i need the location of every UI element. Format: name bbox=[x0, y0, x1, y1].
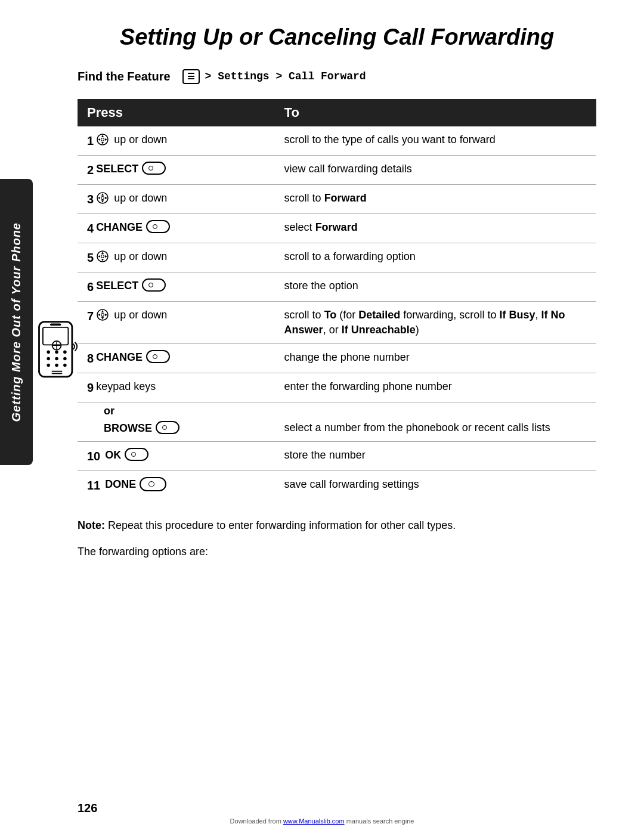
change-key-2-icon bbox=[146, 350, 170, 363]
select-key-2-icon bbox=[142, 278, 166, 292]
svg-marker-26 bbox=[98, 197, 100, 199]
select-key-icon bbox=[142, 162, 166, 175]
table-row: or BROWSE select a number from the phone… bbox=[78, 402, 596, 441]
to-cell-9b: select a number from the phonebook or re… bbox=[275, 402, 596, 441]
press-cell-9: 9 keypad keys bbox=[78, 373, 275, 402]
page-number: 126 bbox=[78, 801, 97, 815]
svg-marker-33 bbox=[105, 255, 107, 258]
press-cell-8: 8 CHANGE bbox=[78, 343, 275, 373]
svg-point-40 bbox=[101, 313, 104, 316]
browse-key-icon bbox=[156, 421, 179, 434]
svg-point-34 bbox=[101, 255, 104, 258]
nav-icon-7: up or down bbox=[96, 308, 167, 323]
change-key-icon bbox=[146, 220, 170, 233]
svg-point-9 bbox=[55, 364, 58, 367]
nav-icon-3: up or down bbox=[96, 191, 167, 206]
header-to: To bbox=[275, 99, 596, 126]
to-cell-2: view call forwarding details bbox=[275, 155, 596, 184]
to-cell-8: change the phone number bbox=[275, 343, 596, 373]
to-cell-9: enter the forwarding phone number bbox=[275, 373, 596, 402]
footer-text: Downloaded from www.Manualslib.com manua… bbox=[0, 817, 644, 825]
svg-point-2 bbox=[47, 351, 50, 354]
instruction-table: Press To 1 bbox=[78, 99, 596, 500]
to-cell-7: scroll to To (for Detailed forwarding, s… bbox=[275, 301, 596, 343]
header-press: Press bbox=[78, 99, 275, 126]
menu-icon: ☰ bbox=[182, 69, 200, 84]
svg-point-28 bbox=[101, 196, 104, 199]
svg-marker-36 bbox=[101, 310, 104, 312]
phone-icon bbox=[35, 319, 79, 391]
table-row: 9 keypad keys enter the forwarding phone… bbox=[78, 373, 596, 402]
find-feature-label: Find the Feature bbox=[78, 70, 171, 83]
table-row: 5 up or down bbox=[78, 243, 596, 272]
svg-point-3 bbox=[55, 351, 58, 354]
to-cell-10: store the number bbox=[275, 442, 596, 471]
note-section: Note: Repeat this procedure to enter for… bbox=[78, 518, 596, 534]
menu-path: ☰ > Settings > Call Forward bbox=[182, 69, 366, 84]
svg-marker-39 bbox=[105, 314, 107, 316]
to-cell-6: store the option bbox=[275, 272, 596, 301]
svg-rect-1 bbox=[42, 327, 67, 345]
table-row: 7 up or down bbox=[78, 301, 596, 343]
page-container: Getting More Out of Your Phone bbox=[0, 0, 644, 833]
to-cell-5: scroll to a forwarding option bbox=[275, 243, 596, 272]
svg-point-10 bbox=[63, 364, 67, 367]
table-row: 3 up or down bbox=[78, 184, 596, 213]
ok-key-icon bbox=[125, 448, 148, 461]
svg-marker-25 bbox=[101, 200, 104, 203]
press-cell-6: 6 SELECT bbox=[78, 272, 275, 301]
forwarding-options-text: The forwarding options are: bbox=[78, 546, 596, 558]
table-row: 4 CHANGE select Forward bbox=[78, 213, 596, 243]
svg-marker-18 bbox=[101, 135, 104, 137]
to-cell-1: scroll to the type of calls you want to … bbox=[275, 126, 596, 156]
table-row: 1 up or down bbox=[78, 126, 596, 156]
phone-icon-area bbox=[33, 316, 80, 394]
table-row: 11 DONE save call forwarding settings bbox=[78, 471, 596, 500]
press-cell-1: 1 up or down bbox=[78, 126, 275, 156]
svg-marker-24 bbox=[101, 193, 104, 196]
to-cell-4: select Forward bbox=[275, 213, 596, 243]
footer-link[interactable]: www.Manualslib.com bbox=[283, 817, 345, 825]
press-cell-3: 3 up or down bbox=[78, 184, 275, 213]
press-cell-10: 10 OK bbox=[78, 442, 275, 471]
svg-point-4 bbox=[63, 351, 67, 354]
find-feature-row: Find the Feature ☰ > Settings > Call For… bbox=[78, 69, 596, 84]
svg-marker-37 bbox=[101, 317, 104, 320]
svg-rect-13 bbox=[49, 323, 60, 326]
done-key-icon bbox=[140, 477, 166, 491]
to-cell-11: save call forwarding settings bbox=[275, 471, 596, 500]
nav-icon-5: up or down bbox=[96, 249, 167, 264]
svg-point-22 bbox=[101, 138, 104, 141]
svg-marker-38 bbox=[98, 314, 100, 316]
press-cell-11: 11 DONE bbox=[78, 471, 275, 500]
table-row: 10 OK store the number bbox=[78, 442, 596, 471]
svg-marker-32 bbox=[98, 255, 100, 258]
svg-marker-20 bbox=[98, 138, 100, 141]
press-cell-2: 2 SELECT bbox=[78, 155, 275, 184]
svg-point-8 bbox=[47, 364, 50, 367]
svg-point-7 bbox=[63, 357, 67, 361]
table-header-row: Press To bbox=[78, 99, 596, 126]
svg-marker-27 bbox=[105, 197, 107, 199]
svg-marker-19 bbox=[101, 142, 104, 144]
svg-marker-21 bbox=[105, 138, 107, 141]
to-cell-3: scroll to Forward bbox=[275, 184, 596, 213]
table-row: 8 CHANGE change the phone number bbox=[78, 343, 596, 373]
sidebar-label: Getting More Out of Your Phone bbox=[0, 179, 33, 465]
page-title: Setting Up or Canceling Call Forwarding bbox=[78, 24, 596, 51]
svg-marker-30 bbox=[101, 252, 104, 254]
press-cell-5: 5 up or down bbox=[78, 243, 275, 272]
svg-point-5 bbox=[47, 357, 50, 361]
svg-marker-31 bbox=[101, 259, 104, 261]
press-cell-9b: or BROWSE bbox=[78, 402, 275, 441]
table-row: 2 SELECT view call forwarding details bbox=[78, 155, 596, 184]
nav-icon-1: up or down bbox=[96, 132, 167, 147]
svg-point-6 bbox=[55, 357, 58, 361]
press-cell-4: 4 CHANGE bbox=[78, 213, 275, 243]
table-row: 6 SELECT store the option bbox=[78, 272, 596, 301]
press-cell-7: 7 up or down bbox=[78, 301, 275, 343]
